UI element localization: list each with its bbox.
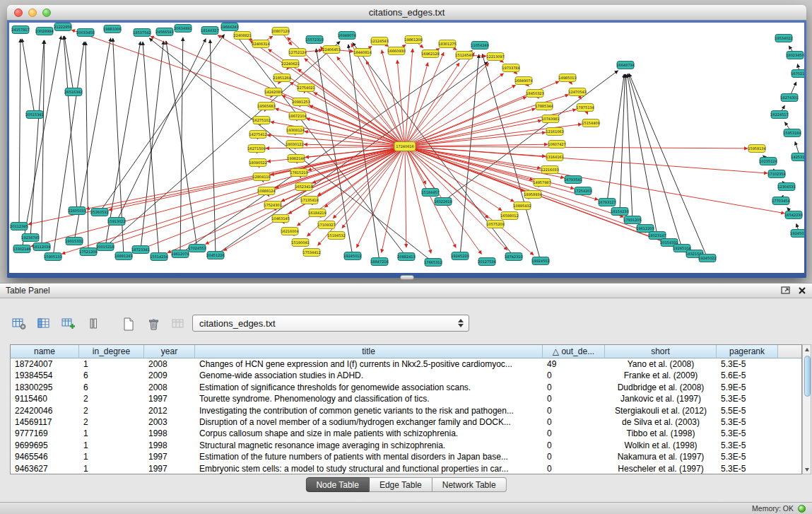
- cell-out_de[interactable]: 0: [543, 370, 605, 381]
- red-edge[interactable]: [357, 146, 405, 247]
- network-node[interactable]: 15124549: [455, 52, 473, 59]
- cell-pagerank[interactable]: 5.3E-5: [717, 393, 778, 404]
- tab-node-table[interactable]: Node Table: [305, 477, 370, 492]
- column-header-title[interactable]: title: [195, 345, 543, 358]
- red-edge[interactable]: [305, 59, 405, 146]
- table-row[interactable]: 1938455462009Genome-wide association stu…: [11, 370, 801, 381]
- network-node[interactable]: 18301275: [438, 40, 456, 48]
- network-node[interactable]: 12752124: [288, 49, 306, 57]
- network-node[interactable]: 16523418: [295, 183, 312, 191]
- table-row[interactable]: 2242004622012Investigating the contribut…: [11, 405, 801, 416]
- table-row[interactable]: 946554611997Estimation of the future num…: [11, 451, 801, 462]
- network-node[interactable]: 24157817: [11, 26, 29, 34]
- scrollbar-thumb[interactable]: [804, 356, 811, 397]
- cell-pagerank[interactable]: 5.3E-5: [717, 428, 778, 439]
- network-node[interactable]: 16542230: [784, 211, 802, 219]
- cell-name[interactable]: 9777169: [11, 428, 79, 439]
- float-panel-icon[interactable]: [781, 286, 791, 295]
- cell-pagerank[interactable]: 5.6E-5: [717, 370, 778, 381]
- cell-out_de[interactable]: 0: [543, 440, 605, 451]
- red-edge[interactable]: [405, 146, 406, 247]
- network-node[interactable]: 16891243: [114, 252, 132, 260]
- network-node[interactable]: 17254203: [574, 187, 592, 195]
- table-row[interactable]: 946362711997Embryonic stem cells: a mode…: [11, 463, 801, 474]
- cell-name[interactable]: 9465546: [11, 451, 79, 462]
- cell-year[interactable]: 2008: [144, 358, 195, 370]
- cell-year[interactable]: 1997: [144, 451, 195, 462]
- black-edge[interactable]: [22, 39, 35, 115]
- network-node[interactable]: 14957987: [533, 179, 551, 187]
- network-node[interactable]: 13164161: [546, 153, 563, 161]
- cell-pagerank[interactable]: 5.3E-5: [717, 416, 778, 428]
- cell-out_de[interactable]: 0: [543, 451, 605, 462]
- red-edge[interactable]: [167, 146, 405, 253]
- network-node[interactable]: 15190041: [291, 239, 309, 247]
- network-node[interactable]: 18144327: [201, 27, 218, 35]
- network-node[interactable]: 15514234: [150, 253, 167, 261]
- network-node[interactable]: 22406314: [252, 40, 269, 48]
- tab-network-table[interactable]: Network Table: [433, 477, 507, 492]
- network-node[interactable]: 19982146: [287, 155, 305, 163]
- cell-title[interactable]: Tourette syndrome. Phenomenology and cla…: [195, 393, 543, 404]
- network-node[interactable]: 17109327: [317, 221, 335, 229]
- network-node[interactable]: 10463145: [271, 215, 289, 223]
- column-header-in_degree[interactable]: in_degree: [79, 345, 144, 358]
- network-node[interactable]: 11054249: [471, 42, 488, 49]
- red-edge[interactable]: [405, 146, 784, 214]
- network-node[interactable]: 15572310: [305, 36, 323, 44]
- red-edge[interactable]: [318, 146, 405, 245]
- cell-title[interactable]: Structural magnetic resonance image aver…: [195, 440, 543, 451]
- network-node[interactable]: 10575209: [486, 221, 504, 228]
- cell-year[interactable]: 1998: [144, 440, 195, 451]
- network-node[interactable]: 14985013: [558, 74, 576, 82]
- network-node[interactable]: 20634891: [174, 25, 192, 33]
- table-row[interactable]: 1872400712008Changes of HCN gene express…: [11, 358, 801, 370]
- cell-in_degree[interactable]: 1: [79, 463, 144, 474]
- cell-in_degree[interactable]: 6: [79, 370, 144, 381]
- network-node[interactable]: 20515341: [25, 111, 43, 119]
- cell-in_degree[interactable]: 1: [79, 440, 144, 451]
- red-edge[interactable]: [405, 63, 489, 146]
- network-node[interactable]: 19245220: [451, 252, 469, 260]
- network-canvas[interactable]: 2415781723028994212228562003345819883306…: [9, 23, 804, 273]
- network-node[interactable]: 12213097: [486, 53, 504, 61]
- table-row[interactable]: 1456911722003Disruption of a novel membe…: [11, 416, 801, 428]
- network-hub-node[interactable]: 17240616: [394, 142, 416, 151]
- network-node[interactable]: 18958934: [524, 191, 541, 199]
- network-node[interactable]: 18742310: [505, 253, 522, 261]
- network-node[interactable]: 16184219: [308, 209, 326, 217]
- network-node[interactable]: 19308124: [286, 127, 304, 134]
- network-node[interactable]: 16793127: [598, 199, 616, 206]
- cell-short[interactable]: de Silva et al. (2003): [605, 416, 717, 428]
- network-node[interactable]: 12470543: [568, 88, 586, 96]
- cell-name[interactable]: 18300295: [11, 382, 79, 393]
- network-node[interactable]: 18274301: [780, 94, 798, 102]
- network-node[interactable]: 12161063: [546, 128, 563, 136]
- column-header-pagerank[interactable]: pagerank: [717, 345, 778, 358]
- cell-pagerank[interactable]: 5.3E-5: [717, 451, 778, 462]
- cell-short[interactable]: Jankovic et al. (1997): [605, 393, 717, 404]
- import-table-icon[interactable]: [169, 315, 187, 333]
- cell-year[interactable]: 1997: [144, 393, 195, 404]
- network-node[interactable]: 10888124: [257, 187, 275, 195]
- minimize-button[interactable]: [28, 8, 37, 17]
- cell-year[interactable]: 2012: [144, 405, 195, 416]
- cell-short[interactable]: Hescheler et al. (1997): [605, 463, 717, 474]
- cell-pagerank[interactable]: 5.3E-5: [717, 440, 778, 451]
- cell-name[interactable]: 14569117: [11, 416, 79, 428]
- cell-out_de[interactable]: 0: [543, 393, 605, 404]
- network-node[interactable]: 17102354: [767, 170, 785, 178]
- network-node[interactable]: 17524301: [264, 201, 281, 209]
- network-node[interactable]: 17521208: [79, 248, 97, 256]
- column-header-short[interactable]: short: [605, 345, 717, 358]
- network-node[interactable]: 17885344: [535, 103, 553, 110]
- cell-title[interactable]: Changes of HCN gene expression and I(f) …: [195, 358, 543, 370]
- network-node[interactable]: 18030122: [286, 141, 303, 148]
- red-edge[interactable]: [405, 146, 431, 253]
- network-node[interactable]: 16648734: [616, 62, 634, 69]
- cell-pagerank[interactable]: 5.3E-5: [717, 358, 778, 370]
- network-node[interactable]: 17815210: [290, 169, 307, 177]
- red-edge[interactable]: [382, 146, 405, 252]
- network-node[interactable]: 17931205: [623, 216, 641, 224]
- network-node[interactable]: 21851264: [273, 74, 290, 82]
